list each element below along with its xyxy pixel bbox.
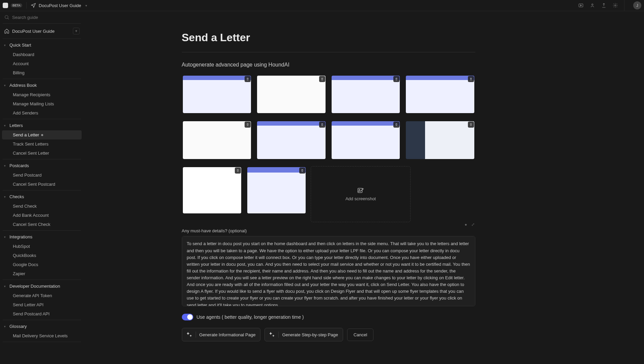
delete-screenshot-button[interactable] — [393, 76, 399, 82]
sidebar-item[interactable]: Send Check — [2, 202, 82, 211]
sidebar-group-header[interactable]: ▾Quick Start — [2, 40, 82, 50]
sidebar-item[interactable]: Send Postcard — [2, 171, 82, 180]
user-avatar[interactable]: J — [633, 1, 641, 9]
screenshot-thumbnail[interactable] — [246, 166, 307, 214]
chevron-down-icon: ▾ — [4, 285, 7, 288]
topbar: BETA DocuPost User Guide ▾ J — [0, 0, 644, 11]
sidebar-group-header[interactable]: ▾Glossary — [2, 321, 82, 331]
svg-point-5 — [359, 189, 360, 190]
sidebar-item-label: Cancel Sent Check — [13, 222, 50, 227]
settings-gear-icon[interactable] — [613, 3, 618, 8]
sidebar-item-label: Mail Delivery Service Levels — [13, 333, 68, 338]
topbar-title[interactable]: DocuPost User Guide — [39, 3, 81, 8]
delete-screenshot-button[interactable] — [299, 167, 305, 174]
sidebar-item-label: Zapier — [13, 271, 25, 276]
sidebar-item[interactable]: Cancel Sent Check — [2, 220, 82, 229]
sidebar-item[interactable]: Generate API Token — [2, 291, 82, 300]
details-label: Any must-have details? (optional) — [182, 228, 475, 233]
delete-screenshot-button[interactable] — [393, 122, 399, 128]
sidebar-root-label[interactable]: DocuPost User Guide — [12, 29, 55, 34]
sidebar-group-header[interactable]: ▾Integrations — [2, 232, 82, 242]
add-screenshot-label: Add screenshot — [345, 196, 376, 201]
search-input[interactable] — [12, 15, 80, 20]
sidebar-group-label: Glossary — [9, 324, 27, 329]
sidebar-item[interactable]: Send Letter API — [2, 300, 82, 309]
paper-plane-icon — [31, 3, 36, 8]
share-users-icon[interactable] — [590, 3, 595, 8]
sidebar-item[interactable]: Account — [2, 59, 82, 68]
add-screenshot-button[interactable]: Add screenshot — [311, 166, 411, 223]
screenshot-thumbnail[interactable] — [405, 120, 475, 160]
sidebar-item-label: Manage Recipients — [13, 92, 50, 97]
sidebar-item[interactable]: Track Sent Letters — [2, 139, 82, 149]
sidebar-item-label: Cancel Sent Letter — [13, 151, 49, 156]
sidebar-item[interactable]: Cancel Sent Postcard — [2, 180, 82, 189]
delete-screenshot-button[interactable] — [319, 122, 325, 128]
sidebar-item[interactable]: Dashboard — [2, 50, 82, 59]
agents-toggle[interactable] — [182, 314, 193, 320]
sidebar-item[interactable]: HubSpot — [2, 242, 82, 251]
screenshot-thumbnail[interactable] — [182, 166, 242, 214]
sidebar-group-label: Checks — [9, 194, 24, 199]
screenshot-thumbnail[interactable] — [256, 120, 327, 160]
delete-screenshot-button[interactable] — [468, 76, 474, 82]
delete-screenshot-button[interactable] — [245, 76, 251, 82]
microphone-icon[interactable]: ● — [465, 222, 467, 227]
screenshot-thumbnail[interactable] — [331, 75, 401, 114]
delete-screenshot-button[interactable] — [468, 122, 474, 128]
sidebar-group-label: Address Book — [9, 83, 37, 88]
sidebar-item[interactable]: Zapier — [2, 269, 82, 278]
sidebar-item-label: Track Sent Letters — [13, 141, 49, 147]
sidebar-item-label: Manage Mailing Lists — [13, 101, 54, 106]
play-preview-icon[interactable] — [578, 3, 584, 8]
sidebar-group-header[interactable]: ▾Postcards — [2, 161, 82, 171]
chevron-down-icon: ▾ — [4, 325, 7, 328]
sidebar-item[interactable]: Add Senders — [2, 108, 82, 118]
generate-step-by-step-button[interactable]: Generate Step-by-step Page — [264, 328, 343, 341]
delete-screenshot-button[interactable] — [235, 167, 241, 174]
generate-informational-button[interactable]: Generate Informational Page — [182, 328, 261, 341]
screenshot-thumbnail[interactable] — [256, 75, 327, 114]
chevron-down-icon[interactable]: ▾ — [85, 4, 87, 7]
sidebar-item[interactable]: QuickBooks — [2, 251, 82, 260]
chevron-down-icon: ▾ — [4, 195, 7, 199]
sidebar-item-label: Generate API Token — [13, 293, 52, 298]
screenshot-thumbnail[interactable] — [182, 75, 252, 114]
sidebar-item-label: Dashboard — [13, 52, 34, 57]
autogen-heading: Autogenerate advanced page using HoundAI — [182, 62, 475, 68]
sidebar-item-label: QuickBooks — [13, 253, 36, 258]
details-textarea[interactable] — [182, 236, 475, 306]
divider — [182, 52, 475, 52]
sidebar-item[interactable]: Manage Recipients — [2, 90, 82, 99]
sidebar-group-label: Quick Start — [9, 43, 31, 48]
sidebar-group-label: Letters — [9, 123, 23, 128]
sidebar-item[interactable]: Manage Mailing Lists — [2, 99, 82, 108]
sidebar-item[interactable]: Send a Letter — [2, 130, 82, 139]
delete-screenshot-button[interactable] — [319, 76, 325, 82]
agents-toggle-label: Use agents ( better quality, longer gene… — [197, 314, 304, 320]
expand-icon[interactable]: ⤢ — [471, 222, 475, 227]
add-page-button[interactable]: + — [73, 28, 80, 34]
sidebar-item[interactable]: Billing — [2, 68, 82, 77]
sidebar-item[interactable]: Mail Delivery Service Levels — [2, 331, 82, 340]
sidebar-group-header[interactable]: ▾Address Book — [2, 80, 82, 90]
cancel-button[interactable]: Cancel — [347, 329, 373, 341]
sidebar-item[interactable]: Google Docs — [2, 260, 82, 269]
sidebar-item[interactable]: Add Bank Account — [2, 211, 82, 220]
screenshot-thumbnail[interactable] — [405, 75, 475, 114]
sidebar-group-header[interactable]: ▾Checks — [2, 192, 82, 202]
app-logo-icon — [3, 3, 8, 8]
chevron-down-icon: ▾ — [4, 124, 7, 127]
export-icon[interactable] — [601, 3, 607, 8]
sidebar-item[interactable]: Send Postcard API — [2, 309, 82, 318]
home-icon — [4, 28, 9, 34]
sidebar-item[interactable]: Cancel Sent Letter — [2, 149, 82, 158]
sidebar-group-header[interactable]: ▾Letters — [2, 121, 82, 130]
sidebar-group-header[interactable]: ▾Developer Documentation — [2, 281, 82, 291]
delete-screenshot-button[interactable] — [245, 122, 251, 128]
screenshot-thumbnail[interactable] — [331, 120, 401, 160]
search-icon — [4, 15, 9, 20]
divider — [624, 0, 624, 11]
sidebar-group-label: Postcards — [9, 163, 29, 168]
screenshot-thumbnail[interactable] — [182, 120, 252, 160]
